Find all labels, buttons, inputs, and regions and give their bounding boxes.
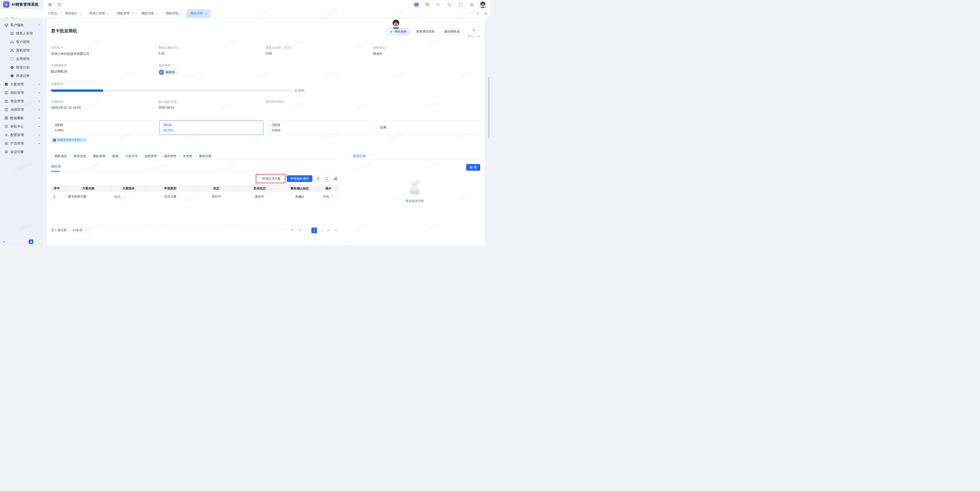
close-icon[interactable]: × (107, 12, 109, 15)
sidebar-item-data-board[interactable]: 数据看板 (0, 114, 44, 122)
field-expected-close: 预计成交日期 2025-08-01 (158, 100, 266, 110)
field-status: 商机状态 跟进中 (373, 46, 480, 56)
tab-file-cabinet[interactable]: 文件柜 (180, 152, 196, 160)
sidebar-item-contact-mgmt[interactable]: 联系人管理 (0, 29, 44, 38)
stage-card-close[interactable]: 结单 (376, 121, 480, 135)
contract-icon (10, 57, 14, 61)
tabs-menu-icon[interactable] (484, 12, 487, 15)
coordinator-pill[interactable]: 林 林炜杰 (158, 69, 177, 75)
translate-icon[interactable]: 文A (445, 1, 453, 8)
question-icon: ? (53, 139, 56, 142)
subtab-quotation[interactable]: 报价单 (51, 164, 61, 172)
tab-team-mgmt[interactable]: 团队管理 (89, 152, 109, 160)
app-window: A AI销售管理系统 文A (0, 0, 490, 246)
sidebar-item-customer-mgmt[interactable]: 客户管理 (0, 38, 44, 46)
tab-demand-design[interactable]: 需求设计× (61, 9, 85, 17)
sidebar-item-approval-center[interactable]: 审批中心 (0, 122, 44, 131)
close-icon[interactable]: × (156, 12, 158, 15)
sidebar-item-config-mgmt[interactable]: 配置管理 (0, 131, 44, 139)
sidebar-item-solution-mgmt[interactable]: 方案管理 (0, 80, 44, 88)
add-follow-record-button[interactable]: 新 增 (466, 164, 480, 171)
service-cube-icon (5, 23, 8, 27)
close-icon[interactable]: × (181, 12, 182, 15)
sidebar-item-customer-service[interactable]: 客户服务 (0, 21, 44, 29)
tab-opportunity-detail-1[interactable]: 商机详情× (137, 9, 162, 17)
svg-text:¥: ¥ (6, 100, 7, 102)
payment-calendar-icon: ¥ (5, 91, 8, 95)
close-icon[interactable]: × (205, 12, 207, 15)
meeting-notes-icon (5, 150, 8, 154)
close-icon[interactable]: × (132, 12, 133, 15)
tab-contact-mgmt[interactable]: 联系人管理× (85, 9, 113, 17)
stage-card-c[interactable]: C阶段 0.00% (268, 121, 372, 135)
page-size-select[interactable]: 20条/页 (70, 227, 89, 233)
online-status-dot (484, 6, 487, 8)
back-button-label: 返回上一页 (468, 34, 480, 38)
table-row[interactable]: 1 显卡批发方案 V1.0 正式方案 进行中 造价中 未确认 详情⋮ (51, 192, 339, 202)
apply-quote-list-button[interactable]: 申请报价清单 (287, 175, 312, 182)
back-button[interactable] (471, 26, 477, 33)
refresh-icon[interactable] (56, 1, 63, 8)
return-pool-button[interactable]: 退回商机池 (441, 29, 463, 35)
change-coordinator-button[interactable]: 更换项目统筹 (413, 29, 438, 35)
page-back5-icon[interactable] (297, 227, 303, 233)
refresh-table-icon[interactable] (315, 176, 321, 182)
page-number-current[interactable]: 1 (311, 227, 317, 233)
tab-operation-log[interactable]: 操作记录 (196, 152, 215, 160)
tab-follow-record[interactable]: 跟进记录 (349, 152, 369, 160)
column-settings-icon[interactable] (332, 176, 339, 182)
page-last-icon[interactable] (333, 227, 339, 233)
assistant-float-button[interactable] (29, 239, 33, 244)
stage-intro-link[interactable]: ? 查看各阶段任务简介>> (51, 137, 88, 143)
headset-icon (10, 40, 14, 44)
sidebar-item-opportunity-mgmt[interactable]: 商机管理 (0, 46, 44, 55)
sidebar-item-bonus-mgmt[interactable]: ¥ 奖金管理 (0, 97, 44, 105)
page-first-icon[interactable] (290, 227, 296, 233)
status-value: 跟进中 (373, 52, 480, 56)
tab-opportunity-mgmt[interactable]: 商机管理× (113, 9, 137, 17)
search-icon[interactable] (424, 1, 431, 8)
apply-formal-plan-button[interactable]: 申请正式方案 (258, 175, 285, 182)
tab-workbench[interactable]: 工作台 (44, 9, 61, 17)
tab-opportunity-dynamics[interactable]: 商机动态 (51, 152, 70, 160)
chevron-down-icon (38, 83, 40, 86)
sidebar-item-meeting-notes[interactable]: 会议纪要 (0, 148, 44, 156)
stage-card-a[interactable]: A阶段 0.00% (51, 121, 155, 135)
row-more-icon[interactable]: ⋮ (331, 195, 334, 199)
tab-basic-info[interactable]: 基本信息 (70, 152, 90, 160)
hamburger-icon[interactable] (46, 1, 54, 8)
window-scrollbar-thumb[interactable] (488, 77, 490, 138)
quotation-table: 序号 方案名称 方案版本 申请类型 状态 具体状态 最终确认标志 操作 (51, 185, 339, 224)
field-pool: 所属商机池 默认商机池 (51, 63, 158, 75)
detail-tabs: 商机动态 基本信息 团队管理 图谱 方案管理 合同管理 成本管理 文件柜 操作记… (51, 152, 339, 160)
tab-cost-mgmt[interactable]: 成本管理 (160, 152, 180, 160)
row-detail-link[interactable]: 详情 (323, 195, 329, 199)
sidebar-item-payment-mgmt[interactable]: ¥ 回款管理 (0, 88, 44, 97)
tab-contract-mgmt[interactable]: 合同管理 (141, 152, 161, 160)
notification-icon[interactable] (468, 1, 476, 8)
bonus-calendar-icon: ¥ (5, 99, 8, 103)
page-prev-icon[interactable] (304, 227, 310, 233)
fullscreen-icon[interactable] (457, 1, 465, 8)
tab-solution-mgmt[interactable]: 方案管理 (122, 152, 141, 160)
sidebar-item-contract-mgmt[interactable]: 合同管理 (0, 55, 44, 63)
sidebar-item-product-mgmt[interactable]: 产品管理 (0, 139, 44, 148)
tab-opportunity-detail-active[interactable]: 商机详情× (186, 9, 211, 17)
approval-check-icon (5, 125, 8, 128)
sidebar-collapse-icon[interactable]: « (3, 240, 5, 244)
page-fwd5-icon[interactable] (326, 227, 331, 233)
close-icon[interactable]: × (80, 12, 81, 15)
tab-opportunity-detail-2[interactable]: 商机详情× (162, 9, 186, 17)
settings-icon[interactable] (434, 1, 442, 8)
stage-card-b-active[interactable]: B阶段 65.00% (159, 121, 264, 135)
sidebar-item-performance-mgmt[interactable]: ¥ 业绩管理 (0, 105, 44, 114)
predict-button[interactable]: 商机预测 (387, 29, 410, 35)
tab-graph[interactable]: 图谱 (109, 152, 122, 160)
page-next-icon[interactable] (318, 227, 324, 233)
user-avatar[interactable] (479, 1, 487, 8)
expand-table-icon[interactable] (323, 176, 330, 182)
sidebar-item-follow-plan[interactable]: 跟进计划 (0, 63, 44, 72)
tabs-dropdown-icon[interactable] (476, 12, 479, 15)
ai-assistant-icon[interactable] (413, 1, 420, 8)
sidebar-item-follow-record[interactable]: 跟进记录 (0, 72, 44, 80)
